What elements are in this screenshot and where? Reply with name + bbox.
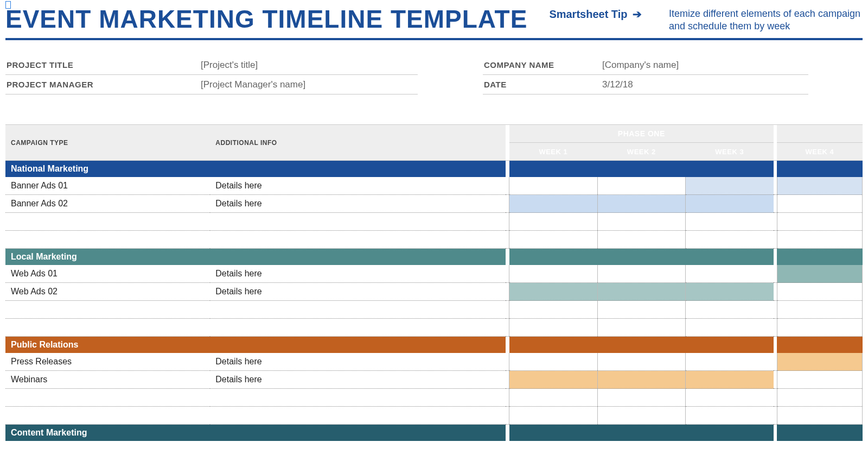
cell-info[interactable]: Details here <box>210 371 506 389</box>
cell-week[interactable] <box>686 319 774 337</box>
cell-week[interactable] <box>777 389 862 407</box>
section-label: Public Relations <box>5 337 506 353</box>
week-header: WEEK 3 <box>686 143 774 161</box>
cell-week[interactable] <box>597 265 685 283</box>
cell-campaign[interactable] <box>5 319 210 337</box>
cell-campaign[interactable]: Banner Ads 02 <box>5 195 210 213</box>
cell-week[interactable] <box>597 319 685 337</box>
cell-week[interactable] <box>597 195 685 213</box>
section-week <box>777 249 862 265</box>
cell-week[interactable] <box>777 213 862 231</box>
timeline-grid: CAMPAIGN TYPEADDITIONAL INFOPHASE ONE WE… <box>5 124 863 441</box>
cell-week[interactable] <box>509 265 597 283</box>
cell-week[interactable] <box>686 389 774 407</box>
section-week <box>777 337 862 353</box>
cell-cursor <box>5 1 11 9</box>
cell-week[interactable] <box>777 231 862 249</box>
meta-left: PROJECT TITLE [Project's title] PROJECT … <box>5 55 418 94</box>
cell-info[interactable] <box>210 407 506 425</box>
cell-week[interactable] <box>686 301 774 319</box>
cell-week[interactable] <box>686 407 774 425</box>
week-header: WEEK 2 <box>597 143 685 161</box>
cell-week[interactable] <box>509 407 597 425</box>
cell-week[interactable] <box>597 371 685 389</box>
cell-campaign[interactable]: Webinars <box>5 371 210 389</box>
cell-week[interactable] <box>509 177 597 195</box>
cell-week[interactable] <box>686 283 774 301</box>
meta-right: COMPANY NAME [Company's name] DATE 3/12/… <box>483 55 808 94</box>
cell-week[interactable] <box>686 265 774 283</box>
cell-week[interactable] <box>597 231 685 249</box>
meta-label: DATE <box>483 80 602 89</box>
cell-campaign[interactable] <box>5 389 210 407</box>
cell-info[interactable] <box>210 319 506 337</box>
cell-info[interactable]: Details here <box>210 177 506 195</box>
cell-week[interactable] <box>777 177 862 195</box>
timeline-table[interactable]: CAMPAIGN TYPEADDITIONAL INFOPHASE ONE WE… <box>5 124 863 441</box>
cell-week[interactable] <box>509 371 597 389</box>
meta-row: PROJECT TITLE [Project's title] <box>5 55 418 75</box>
cell-info[interactable] <box>210 213 506 231</box>
section-week <box>777 425 862 441</box>
page-title: EVENT MARKETING TIMELINE TEMPLATE <box>5 4 549 34</box>
arrow-right-icon: ➔ <box>633 8 642 20</box>
cell-week[interactable] <box>597 407 685 425</box>
cell-week[interactable] <box>597 389 685 407</box>
cell-week[interactable] <box>686 195 774 213</box>
cell-week[interactable] <box>686 353 774 371</box>
cell-week[interactable] <box>777 371 862 389</box>
cell-week[interactable] <box>509 213 597 231</box>
cell-week[interactable] <box>597 301 685 319</box>
section-label: Local Marketing <box>5 249 506 265</box>
cell-week[interactable] <box>509 319 597 337</box>
cell-week[interactable] <box>509 389 597 407</box>
cell-info[interactable]: Details here <box>210 283 506 301</box>
cell-info[interactable]: Details here <box>210 195 506 213</box>
cell-week[interactable] <box>777 407 862 425</box>
meta-value[interactable]: [Project Manager's name] <box>201 79 305 90</box>
meta-value[interactable]: 3/12/18 <box>602 79 633 90</box>
cell-week[interactable] <box>686 213 774 231</box>
cell-info[interactable]: Details here <box>210 353 506 371</box>
cell-week[interactable] <box>686 177 774 195</box>
cell-week[interactable] <box>777 195 862 213</box>
section-week <box>686 161 774 177</box>
tip-link[interactable]: Smartsheet Tip ➔ <box>549 8 642 21</box>
cell-campaign[interactable] <box>5 213 210 231</box>
meta-label: COMPANY NAME <box>483 60 602 70</box>
cell-week[interactable] <box>509 283 597 301</box>
cell-week[interactable] <box>777 265 862 283</box>
meta-value[interactable]: [Project's title] <box>201 60 258 71</box>
section-week <box>597 337 685 353</box>
cell-campaign[interactable] <box>5 301 210 319</box>
meta-label: PROJECT TITLE <box>5 60 201 70</box>
meta-row: PROJECT MANAGER [Project Manager's name] <box>5 75 418 94</box>
cell-week[interactable] <box>597 353 685 371</box>
cell-info[interactable] <box>210 301 506 319</box>
cell-info[interactable]: Details here <box>210 265 506 283</box>
cell-week[interactable] <box>509 301 597 319</box>
meta-row: COMPANY NAME [Company's name] <box>483 55 808 75</box>
cell-info[interactable] <box>210 231 506 249</box>
cell-campaign[interactable]: Press Releases <box>5 353 210 371</box>
cell-campaign[interactable]: Web Ads 01 <box>5 265 210 283</box>
cell-week[interactable] <box>597 177 685 195</box>
cell-week[interactable] <box>686 371 774 389</box>
cell-week[interactable] <box>597 283 685 301</box>
meta-value[interactable]: [Company's name] <box>602 60 679 71</box>
cell-week[interactable] <box>509 195 597 213</box>
cell-week[interactable] <box>686 231 774 249</box>
cell-campaign[interactable]: Web Ads 02 <box>5 283 210 301</box>
cell-week[interactable] <box>777 283 862 301</box>
cell-info[interactable] <box>210 389 506 407</box>
cell-week[interactable] <box>777 301 862 319</box>
section-week <box>509 249 597 265</box>
cell-week[interactable] <box>777 353 862 371</box>
cell-week[interactable] <box>509 353 597 371</box>
cell-campaign[interactable] <box>5 407 210 425</box>
cell-week[interactable] <box>597 213 685 231</box>
cell-week[interactable] <box>509 231 597 249</box>
cell-campaign[interactable]: Banner Ads 01 <box>5 177 210 195</box>
cell-campaign[interactable] <box>5 231 210 249</box>
cell-week[interactable] <box>777 319 862 337</box>
